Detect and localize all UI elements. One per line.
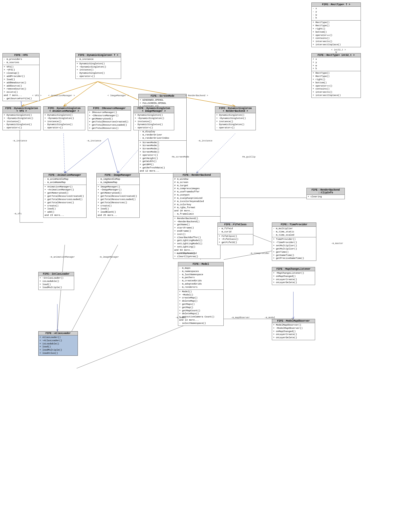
- box-recttype-t: FIFE::RectType< T > - x- y- w- h + RectT…: [311, 2, 361, 47]
- label-vfs-arrow: < VFS >: [32, 94, 42, 97]
- methods-iatlasloader: + ~IAtlasLoader() + isLoadable() + load(…: [39, 276, 74, 290]
- label-m-animationmanager: -m_animationManager: [49, 256, 75, 258]
- box-dynsingleton-anim: FIFE::DynamicSingleton< AnimationManager…: [43, 106, 85, 130]
- label-m-model2: -m_model: [264, 316, 275, 319]
- label-m-instance-anim: -m_instance: [87, 140, 101, 142]
- box-mapchangelistener: FIFE::MapChangeListener + ~MapChangeList…: [272, 267, 315, 285]
- label-m-guiclip: #m_guiClip: [242, 156, 256, 158]
- header-dynsingleton-vfs: FIFE::DynamicSingleton< VFS >: [3, 107, 41, 113]
- methods-recttype-int32: + RectType() + RectType() + right() + bo…: [312, 71, 361, 98]
- box-dynsingleton-t: FIFE::DynamicSingleton< T > - m_instance…: [75, 53, 121, 79]
- header-dynsingleton-anim: FIFE::DynamicSingleton< AnimationManager…: [43, 107, 85, 113]
- attrs-dynsingleton-t: - m_instance: [76, 57, 121, 62]
- label-m-model: -m_model: [175, 316, 186, 319]
- label-m-instance-vfs: -m_instance: [12, 140, 27, 142]
- header-screenmode: FIFE::ScreenMode: [139, 94, 186, 98]
- box-imagemanager: FIFE::ImageManager - m_imgHandleMap - m_…: [96, 173, 140, 218]
- label-renderbackend-arrow: < RenderBackend >: [185, 94, 208, 97]
- box-clipinfo: FIFE::RenderBackend::ClipInfo + clearing: [306, 188, 345, 199]
- attrs-model: - m_maps - m_namespaces - m_lastNamespac…: [178, 266, 223, 290]
- box-vfs: FIFE::VFS - m_providers - m_sources + VF…: [2, 53, 40, 101]
- label-imagemanager-arrow: < ImageManager >: [108, 94, 129, 97]
- label-m-renderbackend: -m_renderbackend: [175, 252, 197, 255]
- label-m-mapobserver: -m_mapObserver: [231, 316, 250, 319]
- methods-mapchangelistener: + ~MapChangeListener() + onMapChanged() …: [272, 271, 315, 285]
- header-recttype-int32: FIFE::RectType< int32_t >: [312, 53, 361, 57]
- attrs-animationmanager: - m_animHandleMap - m_animNameMap: [43, 177, 86, 185]
- svg-line-26: [77, 319, 201, 368]
- methods-timeprovider: + TimeProvider() + ~TimeProvider() + set…: [272, 237, 316, 261]
- header-dynsingleton-image: FIFE::DynamicSingleton< ImageManager >: [134, 107, 174, 113]
- label-m-timeprovider: -m_timeprovider: [250, 252, 270, 255]
- methods-animationmanager: + AnimationManager() + ~AnimationManager…: [43, 185, 86, 218]
- header-recttype-t: FIFE::RectType< T >: [312, 3, 361, 7]
- box-dynsingleton-vfs: FIFE::DynamicSingleton< VFS > + DynamicS…: [2, 106, 41, 130]
- header-renderbackend: FIFE::RenderBackend: [173, 173, 220, 177]
- svg-line-10: [65, 138, 108, 173]
- methods-dynsingleton-anim: + DynamicSingleton() + ~DynamicSingleton…: [43, 113, 85, 130]
- label-m-vfs: -m_vfs: [14, 213, 22, 215]
- box-recttype-int32: FIFE::RectType< int32_t > + x+ y+ w+ h +…: [311, 53, 361, 98]
- label-m-master: -m_master: [331, 242, 343, 245]
- header-timeprovider: FIFE::TimeProvider: [272, 223, 316, 227]
- methods-recttype-t: + RectType() + RectType() + right() + bo…: [312, 21, 361, 47]
- box-fifeclass: FIFE::FifeClass - m_fifeid - m_curid + F…: [217, 222, 253, 245]
- header-clipinfo: FIFE::RenderBackend::ClipInfo: [307, 188, 345, 195]
- svg-line-11: [108, 138, 118, 173]
- box-timeprovider: FIFE::TimeProvider - m_multiplier - m_ti…: [272, 222, 316, 261]
- box-iresourcemanager: FIFE::IResourceManager + IResourceManage…: [88, 106, 131, 131]
- methods-modelmapobserver: + ModelMapObserver() + ~ModelMapObserver…: [272, 323, 315, 340]
- box-animationmanager: FIFE::AnimationManager - m_animHandleMap…: [43, 173, 87, 218]
- box-renderbackend: FIFE::RenderBackend # m_window # m_scree…: [173, 173, 220, 259]
- methods-dynsingleton-renderbackend: + DynamicSingleton() + ~DynamicSingleton…: [215, 113, 256, 130]
- label-m-instance-rb: -m_instance: [198, 140, 212, 142]
- methods-dynsingleton-image: + DynamicSingleton() + ~DynamicSingleton…: [134, 113, 174, 130]
- label-m-screenmode: #m_screenMode: [172, 156, 189, 158]
- methods-iresourcemanager: + IResourceManager() + ~IResourceManager…: [88, 111, 131, 131]
- attrs-recttype-int32: + x+ y+ w+ h: [312, 57, 361, 71]
- box-dynsingleton-image: FIFE::DynamicSingleton< ImageManager > +…: [133, 106, 174, 130]
- attrs-vfs: - m_providers - m_sources: [3, 57, 39, 65]
- header-iresourcemanager: FIFE::IResourceManager: [88, 107, 131, 111]
- svg-line-5: [64, 82, 98, 106]
- header-dynsingleton-t: FIFE::DynamicSingleton< T >: [76, 53, 121, 57]
- methods-fifeclass: + FifeClass() + ~FifeClass() + getFifeId…: [218, 234, 253, 245]
- attrs-renderbackend: # m_window # m_screen # m_target # m_com…: [173, 177, 220, 217]
- header-dynsingleton-renderbackend: FIFE::DynamicSingleton< RenderBackend >: [215, 107, 256, 113]
- box-modelmapobserver: FIFE::ModelMapObserver + ModelMapObserve…: [272, 319, 315, 340]
- header-atlasloader: FIFE::AtlasLoader: [39, 332, 78, 335]
- diagram-container: FIFE::RectType< T > - x- y- w- h + RectT…: [0, 0, 411, 532]
- header-vfs: FIFE::VFS: [3, 53, 39, 57]
- box-iatlasloader: FIFE::IAtlasLoader + ~IAtlasLoader() + i…: [38, 272, 74, 290]
- attrs-clipinfo: + clearing: [307, 195, 345, 199]
- methods-model: + Model() + ~Model() + createMap() + del…: [178, 290, 223, 326]
- header-mapchangelistener: FIFE::MapChangeListener: [272, 267, 315, 271]
- label-animmanager-arrow: < AnimationManager >: [48, 94, 75, 97]
- svg-line-14: [196, 133, 235, 173]
- svg-line-12: [64, 133, 65, 173]
- box-model: FIFE::Model - m_maps - m_namespaces - m_…: [178, 262, 224, 326]
- box-atlasloader: FIFE::AtlasLoader + AtlasLoader() + ~Atl…: [38, 331, 78, 356]
- methods-atlasloader: + AtlasLoader() + ~AtlasLoader() + isLoa…: [39, 335, 78, 355]
- attrs-fifeclass: - m_fifeid - m_curid: [218, 227, 253, 234]
- header-model: FIFE::Model: [178, 262, 223, 266]
- header-modelmapobserver: FIFE::ModelMapObserver: [272, 319, 315, 323]
- methods-imagemanager: + ImageManager() + ~ImageManager() + get…: [97, 185, 139, 218]
- methods-dynsingleton-vfs: + DynamicSingleton() + ~DynamicSingleton…: [3, 113, 41, 130]
- attrs-timeprovider: - m_multiplier - m_time_static - m_time_…: [272, 227, 316, 237]
- attrs-imagemanager: - m_imgHandleMap - m_imgNameMap: [97, 177, 139, 185]
- methods-dynsingleton-t: + DynamicSingleton() + ~DynamicSingleton…: [76, 62, 121, 79]
- header-animationmanager: FIFE::AnimationManager: [43, 173, 86, 177]
- header-fifeclass: FIFE::FifeClass: [218, 223, 253, 227]
- box-screenmode: FIFE::ScreenMode + WINDOWED_OPENGL + FUL…: [138, 94, 187, 174]
- label-int32: < int32_t >: [331, 49, 346, 51]
- attrs-recttype-t: - x- y- w- h: [312, 7, 361, 21]
- label-m-imagemanager: -m_imageManager: [99, 256, 119, 258]
- header-imagemanager: FIFE::ImageManager: [97, 173, 139, 177]
- header-iatlasloader: FIFE::IAtlasLoader: [39, 272, 74, 276]
- box-dynsingleton-renderbackend: FIFE::DynamicSingleton< RenderBackend > …: [215, 106, 256, 130]
